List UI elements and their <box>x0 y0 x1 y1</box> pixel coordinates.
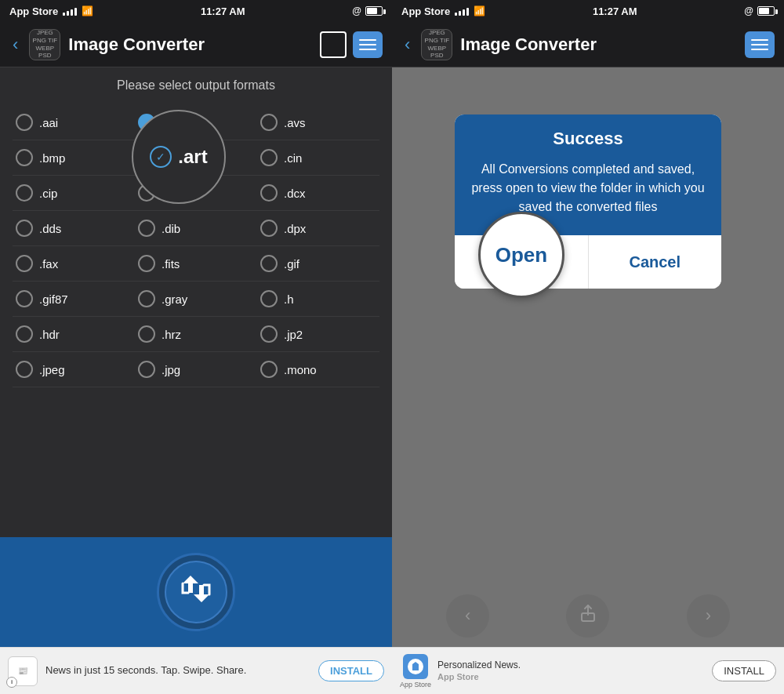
format-section-title: Please select output formats <box>13 78 379 93</box>
bar4 <box>74 8 77 16</box>
format-label-jp2: .jp2 <box>284 328 303 341</box>
format-item-jp2[interactable]: .jp2 <box>257 317 379 352</box>
checkmark-icon: ✓ <box>150 146 172 168</box>
radio-cip[interactable] <box>16 184 33 202</box>
wifi-icon: 📶 <box>82 5 93 16</box>
time-label: 11:27 AM <box>201 5 245 17</box>
format-label-dib: .dib <box>162 222 180 235</box>
format-item-h[interactable]: .h <box>257 282 379 317</box>
status-left: App Store 📶 <box>9 5 93 17</box>
location-icon: @ <box>352 5 361 16</box>
format-item-gif87[interactable]: .gif87 <box>13 282 135 317</box>
radio-dcx[interactable] <box>260 184 278 202</box>
convert-area <box>0 537 392 647</box>
format-item-fits[interactable]: .fits <box>135 246 257 282</box>
left-panel: App Store 📶 11:27 AM @ ‹ JPEG PNG TIF WE… <box>0 0 392 694</box>
format-label-fits: .fits <box>162 257 180 271</box>
square-button[interactable] <box>320 31 347 58</box>
format-label-avs: .avs <box>284 116 306 129</box>
format-item-cip[interactable]: .cip <box>13 176 135 211</box>
page-title: Image Converter <box>68 35 312 55</box>
ad-icon-wrap: 📰 i <box>8 656 38 686</box>
open-circle[interactable]: Open <box>478 212 564 298</box>
menu-line-3 <box>359 49 376 50</box>
format-label-jpeg: .jpeg <box>39 363 65 376</box>
format-item-gray[interactable]: .gray <box>135 282 257 317</box>
radio-dpx[interactable] <box>260 220 278 237</box>
format-item-fax[interactable]: .fax <box>13 246 135 282</box>
install-button[interactable]: INSTALL <box>318 660 384 681</box>
radio-h[interactable] <box>260 290 278 307</box>
format-item-avs[interactable]: .avs <box>257 105 379 140</box>
format-item-hrz[interactable]: .hrz <box>135 317 257 352</box>
radio-jpg[interactable] <box>138 361 155 378</box>
bar2 <box>67 11 69 16</box>
format-item-cin[interactable]: .cin <box>257 140 379 176</box>
convert-inner <box>165 561 227 623</box>
dialog-actions: Open Open Cancel <box>455 235 721 289</box>
format-item-jpeg[interactable]: .jpeg <box>13 352 135 387</box>
right-menu-button[interactable] <box>745 31 775 58</box>
right-status-left: App Store 📶 <box>401 5 485 17</box>
back-button[interactable]: ‹ <box>9 31 21 58</box>
format-label-cip: .cip <box>39 187 57 200</box>
format-label-hdr: .hdr <box>39 328 60 341</box>
format-item-bmp[interactable]: .bmp <box>13 140 135 176</box>
format-label-dds: .dds <box>39 222 61 235</box>
radio-jp2[interactable] <box>260 325 278 343</box>
radio-bmp[interactable] <box>16 149 33 166</box>
right-page-title: Image Converter <box>460 35 737 55</box>
right-ad-text: Personalized News. App Store <box>437 659 706 683</box>
radio-fits[interactable] <box>138 255 155 272</box>
radio-gray[interactable] <box>138 290 155 307</box>
left-ad-banner: 📰 i News in just 15 seconds. Tap. Swipe.… <box>0 647 392 694</box>
radio-jpeg[interactable] <box>16 361 33 378</box>
right-ad-banner: App Store Personalized News. App Store I… <box>392 647 784 694</box>
format-item-dcx[interactable]: .dcx <box>257 176 379 211</box>
menu-line-1 <box>359 39 376 41</box>
format-label-gif: .gif <box>284 257 299 271</box>
format-item-mono[interactable]: .mono <box>257 352 379 387</box>
radio-fax[interactable] <box>16 255 33 272</box>
format-item-gif[interactable]: .gif <box>257 246 379 282</box>
format-area: Please select output formats ✓ .art .aai… <box>0 67 392 537</box>
header-right <box>320 31 383 58</box>
radio-avs[interactable] <box>260 114 278 131</box>
dialog-message: All Conversions completed and saved, pre… <box>471 162 704 213</box>
convert-button[interactable] <box>157 553 235 631</box>
radio-aai[interactable] <box>16 114 33 131</box>
radio-gif87[interactable] <box>16 290 33 307</box>
radio-dds[interactable] <box>16 220 33 237</box>
radio-cin[interactable] <box>260 149 278 166</box>
selected-format-display[interactable]: ✓ .art <box>132 110 226 204</box>
right-install-button[interactable]: INSTALL <box>712 660 776 681</box>
right-ad-main-text: Personalized News. <box>437 659 706 672</box>
left-header: ‹ JPEG PNG TIF WEBP PSD Image Converter <box>0 22 392 67</box>
right-ad-icon <box>403 654 428 679</box>
right-location-icon: @ <box>744 5 753 16</box>
bar1 <box>63 13 65 16</box>
format-item-jpg[interactable]: .jpg <box>135 352 257 387</box>
ad-text: News in just 15 seconds. Tap. Swipe. Sha… <box>45 664 310 678</box>
right-battery-icon <box>757 6 775 16</box>
format-label-cin: .cin <box>284 151 302 165</box>
format-label-jpg: .jpg <box>162 363 180 376</box>
radio-hrz[interactable] <box>138 325 155 343</box>
format-item-dib[interactable]: .dib <box>135 211 257 246</box>
bar1 <box>455 13 457 16</box>
format-label-dcx: .dcx <box>284 187 306 200</box>
cancel-button[interactable]: Cancel <box>588 235 722 289</box>
format-item-aai[interactable]: .aai <box>13 105 135 140</box>
radio-mono[interactable] <box>260 361 278 378</box>
format-item-dpx[interactable]: .dpx <box>257 211 379 246</box>
right-back-button[interactable]: ‹ <box>401 31 413 58</box>
format-item-hdr[interactable]: .hdr <box>13 317 135 352</box>
menu-button[interactable] <box>353 31 383 58</box>
radio-gif[interactable] <box>260 255 278 272</box>
radio-hdr[interactable] <box>16 325 33 343</box>
radio-dib[interactable] <box>138 220 155 237</box>
bar2 <box>459 11 461 16</box>
format-item-dds[interactable]: .dds <box>13 211 135 246</box>
convert-icon <box>176 572 216 612</box>
bar3 <box>71 9 73 16</box>
